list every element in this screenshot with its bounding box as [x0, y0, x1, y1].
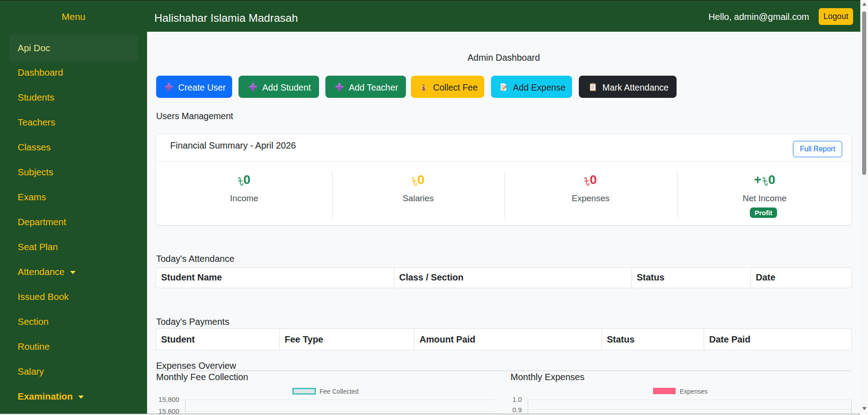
svg-text:$: $: [422, 86, 425, 91]
